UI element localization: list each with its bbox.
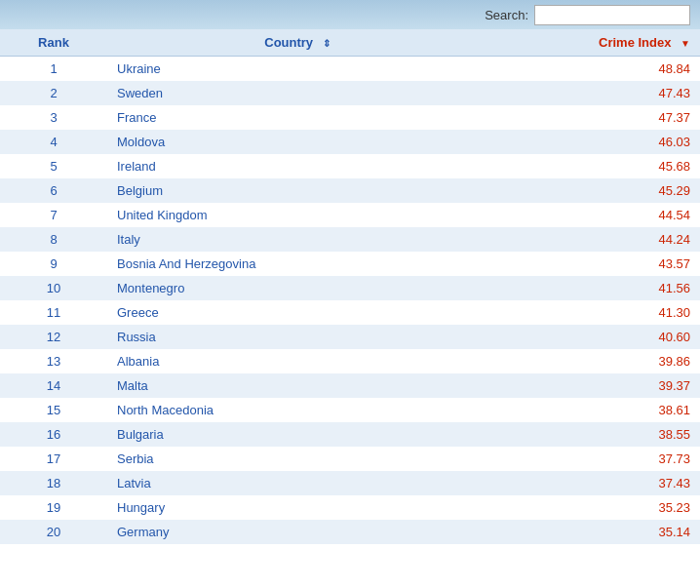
crime-index-cell: 48.84 <box>487 57 700 82</box>
rank-cell: 3 <box>0 105 107 130</box>
rank-cell: 1 <box>0 57 107 82</box>
crime-index-cell: 45.29 <box>487 178 700 203</box>
table-row: 10Montenegro41.56 <box>0 276 700 300</box>
crime-index-cell: 47.37 <box>487 105 700 130</box>
table-row: 1Ukraine48.84 <box>0 57 700 82</box>
table-header-row: Rank Country ⇕ Crime Index ▼ <box>0 29 700 57</box>
country-cell: Malta <box>107 373 487 398</box>
country-cell: Serbia <box>107 447 487 471</box>
country-cell: United Kingdom <box>107 203 487 227</box>
rank-cell: 18 <box>0 471 107 495</box>
crime-index-cell: 35.14 <box>487 520 700 544</box>
country-cell: Albania <box>107 349 487 373</box>
rank-cell: 5 <box>0 154 107 178</box>
rank-cell: 2 <box>0 81 107 105</box>
sort-icon: ▼ <box>681 38 690 49</box>
country-cell: Sweden <box>107 81 487 105</box>
crime-index-cell: 46.03 <box>487 130 700 154</box>
crime-index-cell: 45.68 <box>487 154 700 178</box>
table-row: 17Serbia37.73 <box>0 447 700 471</box>
rank-cell: 12 <box>0 325 107 349</box>
search-label: Search: <box>485 8 528 22</box>
crime-index-column-header[interactable]: Crime Index ▼ <box>487 29 700 57</box>
country-cell: Hungary <box>107 495 487 520</box>
country-cell: Germany <box>107 520 487 544</box>
table-row: 12Russia40.60 <box>0 325 700 349</box>
country-cell: Ukraine <box>107 57 487 82</box>
crime-index-cell: 40.60 <box>487 325 700 349</box>
top-bar: Search: <box>0 0 700 29</box>
crime-index-cell: 37.43 <box>487 471 700 495</box>
table-row: 11Greece41.30 <box>0 300 700 325</box>
sort-arrows-icon: ⇕ <box>323 38 331 49</box>
rank-cell: 6 <box>0 178 107 203</box>
rank-cell: 19 <box>0 495 107 520</box>
crime-index-cell: 41.30 <box>487 300 700 325</box>
rank-cell: 10 <box>0 276 107 300</box>
table-row: 18Latvia37.43 <box>0 471 700 495</box>
country-cell: France <box>107 105 487 130</box>
country-cell: North Macedonia <box>107 398 487 422</box>
rank-cell: 11 <box>0 300 107 325</box>
rank-cell: 14 <box>0 373 107 398</box>
crime-index-cell: 38.55 <box>487 422 700 447</box>
country-cell: Belgium <box>107 178 487 203</box>
table-row: 9Bosnia And Herzegovina43.57 <box>0 252 700 276</box>
table-row: 3France47.37 <box>0 105 700 130</box>
crime-index-cell: 37.73 <box>487 447 700 471</box>
table-row: 7United Kingdom44.54 <box>0 203 700 227</box>
table-row: 4Moldova46.03 <box>0 130 700 154</box>
rank-cell: 16 <box>0 422 107 447</box>
rank-cell: 17 <box>0 447 107 471</box>
crime-index-cell: 39.86 <box>487 349 700 373</box>
table-row: 13Albania39.86 <box>0 349 700 373</box>
rank-cell: 13 <box>0 349 107 373</box>
crime-index-cell: 41.56 <box>487 276 700 300</box>
country-cell: Greece <box>107 300 487 325</box>
rank-cell: 8 <box>0 227 107 252</box>
table-row: 5Ireland45.68 <box>0 154 700 178</box>
search-input[interactable] <box>534 5 690 25</box>
rank-cell: 9 <box>0 252 107 276</box>
crime-index-cell: 44.24 <box>487 227 700 252</box>
rank-cell: 20 <box>0 520 107 544</box>
country-cell: Bulgaria <box>107 422 487 447</box>
country-cell: Bosnia And Herzegovina <box>107 252 487 276</box>
rank-cell: 4 <box>0 130 107 154</box>
crime-index-cell: 47.43 <box>487 81 700 105</box>
crime-index-table: Rank Country ⇕ Crime Index ▼ 1Ukraine48.… <box>0 29 700 544</box>
country-cell: Montenegro <box>107 276 487 300</box>
country-cell: Latvia <box>107 471 487 495</box>
rank-column-header: Rank <box>0 29 107 57</box>
rank-cell: 7 <box>0 203 107 227</box>
crime-index-cell: 35.23 <box>487 495 700 520</box>
table-row: 20Germany35.14 <box>0 520 700 544</box>
rank-cell: 15 <box>0 398 107 422</box>
country-cell: Russia <box>107 325 487 349</box>
country-cell: Ireland <box>107 154 487 178</box>
table-row: 8Italy44.24 <box>0 227 700 252</box>
crime-index-cell: 43.57 <box>487 252 700 276</box>
crime-index-cell: 39.37 <box>487 373 700 398</box>
crime-index-cell: 38.61 <box>487 398 700 422</box>
table-row: 6Belgium45.29 <box>0 178 700 203</box>
table-row: 2Sweden47.43 <box>0 81 700 105</box>
table-row: 15North Macedonia38.61 <box>0 398 700 422</box>
table-row: 14Malta39.37 <box>0 373 700 398</box>
table-row: 16Bulgaria38.55 <box>0 422 700 447</box>
country-cell: Italy <box>107 227 487 252</box>
country-cell: Moldova <box>107 130 487 154</box>
table-row: 19Hungary35.23 <box>0 495 700 520</box>
country-column-header[interactable]: Country ⇕ <box>107 29 487 57</box>
crime-index-cell: 44.54 <box>487 203 700 227</box>
